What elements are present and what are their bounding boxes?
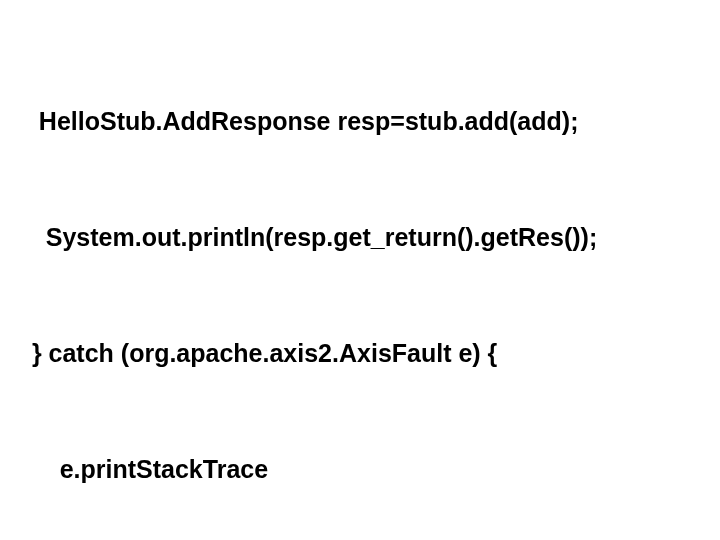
- slide-body: HelloStub.AddResponse resp=stub.add(add)…: [0, 0, 720, 540]
- code-line: System.out.println(resp.get_return().get…: [18, 218, 720, 257]
- code-line: e.printStackTrace: [18, 450, 720, 489]
- code-line: HelloStub.AddResponse resp=stub.add(add)…: [18, 102, 720, 141]
- code-line: } catch (org.apache.axis2.AxisFault e) {: [18, 334, 720, 373]
- code-block: HelloStub.AddResponse resp=stub.add(add)…: [18, 24, 720, 540]
